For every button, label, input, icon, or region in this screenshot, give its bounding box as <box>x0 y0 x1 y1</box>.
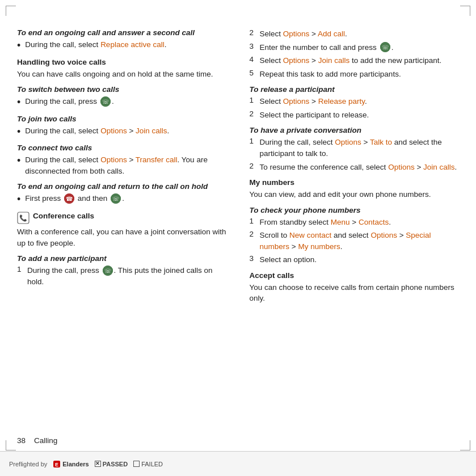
orange-replace-active: Replace active call <box>100 40 165 49</box>
orange-options-2: Options <box>283 30 310 38</box>
orange-join-calls-4: Join calls <box>318 56 350 65</box>
section-title-switch: To switch between two calls <box>17 85 227 94</box>
section-add-participant-continued: 2 Select Options > Add call. 3 Enter the… <box>250 28 460 79</box>
step-num-r2: 2 <box>250 109 258 118</box>
section-end-ongoing-call: To end an ongoing call and answer a seco… <box>17 28 227 52</box>
step-text-c1: From standby select Menu > Contacts. <box>260 217 391 228</box>
step-num-p1: 1 <box>250 137 258 145</box>
phone-green-icon-switch: ☏ <box>100 96 111 107</box>
orange-contacts: Contacts <box>359 218 389 226</box>
right-column: 2 Select Options > Add call. 3 Enter the… <box>244 28 460 445</box>
failed-checkbox <box>133 461 140 467</box>
orange-options-p1: Options <box>335 138 361 146</box>
section-handling-two: Handling two voice calls You can have ca… <box>17 58 227 80</box>
elanders-icon: E <box>53 460 61 468</box>
section-title-my-numbers: My numbers <box>250 178 460 187</box>
section-title-conference: Conference calls <box>33 212 94 220</box>
step-text-1: During the call, press ☏ . This puts the… <box>27 265 227 287</box>
bullet-dot-end-return: • <box>17 193 20 206</box>
section-title-add-participant: To add a new participant <box>17 254 227 263</box>
step-num-p2: 2 <box>250 162 258 170</box>
orange-join-calls: Join calls <box>136 127 167 135</box>
corner-mark-tl <box>6 6 16 16</box>
section-release-participant: To release a participant 1 Select Option… <box>250 85 460 120</box>
passed-label: PASSED <box>103 461 128 467</box>
elanders-logo: E Elanders <box>53 460 89 468</box>
section-end-return: To end an ongoing call and return to the… <box>17 182 227 206</box>
orange-transfer-call: Transfer call <box>136 155 178 164</box>
step-4-add: 4 Select Options > Join calls to add the… <box>250 55 460 66</box>
orange-join-calls-p2: Join calls <box>423 163 455 171</box>
step-2-add: 2 Select Options > Add call. <box>250 28 460 40</box>
step-num-4: 4 <box>250 55 258 64</box>
step-text-3: Enter the number to call and press ☏ . <box>260 42 394 53</box>
step-num-r1: 1 <box>250 96 258 104</box>
bullet-dot-connect: • <box>17 155 20 167</box>
step-text-r2: Select the participant to release. <box>260 109 369 121</box>
step-1-check: 1 From standby select Menu > Contacts. <box>250 217 460 228</box>
section-title-handling-two: Handling two voice calls <box>17 58 227 66</box>
section-text-my-numbers: You can view, add and edit your own phon… <box>250 189 460 200</box>
orange-my-numbers: My numbers <box>298 242 340 251</box>
orange-options-c2: Options <box>370 231 397 239</box>
bullet-join: • During the call, select Options > Join… <box>17 125 227 138</box>
bullet-dot-1: • <box>17 40 20 52</box>
orange-special-numbers: Special numbers <box>260 231 431 251</box>
orange-talk-to: Talk to <box>370 138 392 146</box>
orange-options-4: Options <box>283 56 310 65</box>
section-title-release: To release a participant <box>250 85 460 94</box>
step-1-add-participant: 1 During the call, press ☏ . This puts t… <box>17 265 227 287</box>
section-switch-calls: To switch between two calls • During the… <box>17 85 227 109</box>
orange-add-call: Add call <box>318 30 345 38</box>
orange-options-r1: Options <box>283 97 310 106</box>
bullet-dot-join: • <box>17 126 20 138</box>
left-column: To end an ongoing call and answer a seco… <box>17 28 233 445</box>
corner-mark-bl <box>6 440 16 450</box>
section-title-accept-calls: Accept calls <box>250 271 460 280</box>
step-1-release: 1 Select Options > Release party. <box>250 96 460 107</box>
svg-text:☏: ☏ <box>381 44 389 50</box>
bullet-text-join: During the call, select Options > Join c… <box>25 125 169 137</box>
step-num-3: 3 <box>250 42 258 50</box>
section-text-handling-two: You can have calls ongoing and on hold a… <box>17 69 227 80</box>
step-2-check: 2 Scroll to New contact and select Optio… <box>250 230 460 252</box>
section-title-end-return: To end an ongoing call and return to the… <box>17 182 227 191</box>
step-text-c2: Scroll to New contact and select Options… <box>260 230 460 252</box>
svg-text:☏: ☏ <box>104 268 111 274</box>
section-title-join: To join two calls <box>17 115 227 123</box>
main-content: To end an ongoing call and answer a seco… <box>17 28 459 445</box>
page-number-area: 38 Calling <box>17 436 57 445</box>
orange-menu: Menu <box>331 218 350 226</box>
elanders-brand: Elanders <box>62 461 89 467</box>
step-2-release: 2 Select the participant to release. <box>250 109 460 121</box>
step-text-r1: Select Options > Release party. <box>260 96 367 107</box>
step-text-2: Select Options > Add call. <box>260 28 347 40</box>
section-check-numbers: To check your phone numbers 1 From stand… <box>250 206 460 266</box>
section-private-conv: To have a private conversation 1 During … <box>250 126 460 172</box>
section-connect-calls: To connect two calls • During the call, … <box>17 144 227 176</box>
footer-preflighted-text: Preflighted by <box>9 461 47 467</box>
step-3-check: 3 Select an option. <box>250 254 460 266</box>
bullet-replace-active: • During the call, select Replace active… <box>17 39 227 52</box>
bullet-end-return: • First press ☎ and then ☏ . <box>17 193 227 206</box>
step-text-p2: To resume the conference call, select Op… <box>260 162 457 173</box>
svg-text:☏: ☏ <box>112 196 120 202</box>
step-2-private: 2 To resume the conference call, select … <box>250 162 460 173</box>
section-add-participant: To add a new participant 1 During the ca… <box>17 254 227 287</box>
section-title-private: To have a private conversation <box>250 126 460 134</box>
bullet-dot-switch: • <box>17 96 20 109</box>
step-text-5: Repeat this task to add more participant… <box>260 69 401 80</box>
failed-label: FAILED <box>141 461 163 467</box>
bullet-text-end-return: First press ☎ and then ☏ . <box>25 193 124 204</box>
orange-options-p2: Options <box>388 163 415 171</box>
section-title-check-numbers: To check your phone numbers <box>250 206 460 214</box>
svg-text:☎: ☎ <box>66 196 73 202</box>
orange-release-party: Release party <box>318 97 365 106</box>
page-number: 38 <box>17 436 26 445</box>
bullet-text-1: During the call, select Replace active c… <box>25 39 166 50</box>
step-num-c2: 2 <box>250 230 258 238</box>
orange-options-connect: Options <box>100 155 127 164</box>
step-1-private: 1 During the call, select Options > Talk… <box>250 137 460 159</box>
step-5-add: 5 Repeat this task to add more participa… <box>250 69 460 80</box>
phone-red-icon: ☎ <box>64 193 74 204</box>
